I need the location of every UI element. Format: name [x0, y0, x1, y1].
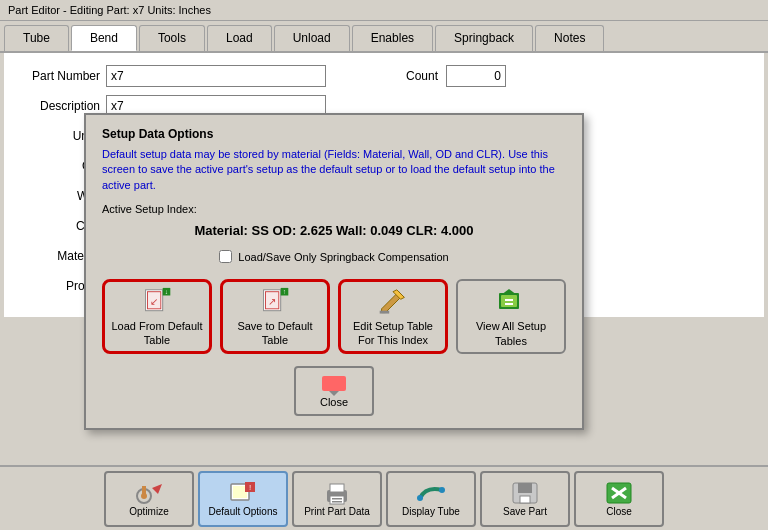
part-number-row: Part Number Count	[20, 65, 748, 87]
edit-icon	[377, 286, 409, 316]
svg-rect-36	[518, 483, 532, 493]
svg-rect-18	[322, 376, 346, 391]
active-setup-label: Active Setup Index:	[102, 203, 566, 215]
save-default-label: Save to Default Table	[227, 319, 323, 348]
svg-marker-23	[152, 484, 162, 494]
print-icon	[322, 480, 352, 506]
optimize-label: Optimize	[129, 506, 168, 517]
tab-load[interactable]: Load	[207, 25, 272, 51]
tab-enables[interactable]: Enables	[352, 25, 433, 51]
content-area: Part Number Count Description Units OD W…	[4, 53, 764, 317]
tab-bend[interactable]: Bend	[71, 25, 137, 51]
print-part-data-button[interactable]: Print Part Data	[292, 471, 382, 527]
title-bar: Part Editor - Editing Part: x7 Units: In…	[0, 0, 768, 21]
optimize-button[interactable]: Optimize	[104, 471, 194, 527]
bottom-toolbar: Optimize ! Default Options Print Part Da…	[0, 465, 768, 530]
default-options-icon: !	[228, 480, 258, 506]
display-tube-button[interactable]: Display Tube	[386, 471, 476, 527]
edit-setup-label: Edit Setup Table For This Index	[345, 319, 441, 348]
svg-rect-25	[233, 486, 247, 498]
svg-point-33	[417, 495, 423, 501]
view-all-label: View All Setup Tables	[462, 319, 560, 348]
tab-tools[interactable]: Tools	[139, 25, 205, 51]
title-text: Part Editor - Editing Part: x7 Units: In…	[8, 4, 211, 16]
close-icon	[320, 374, 348, 396]
svg-rect-30	[330, 496, 344, 504]
default-options-label: Default Options	[209, 506, 278, 517]
close-button-row: Close	[102, 366, 566, 416]
close-button-label: Close	[320, 396, 348, 408]
tab-bar: Tube Bend Tools Load Unload Enables Spri…	[0, 21, 768, 53]
view-all-setup-tables-button[interactable]: View All Setup Tables	[456, 279, 566, 354]
close-app-label: Close	[606, 506, 632, 517]
svg-rect-17	[505, 303, 513, 305]
svg-rect-31	[332, 498, 342, 500]
svg-text:!: !	[249, 483, 251, 492]
svg-rect-21	[142, 486, 146, 494]
load-icon: ↙ ↓	[141, 286, 173, 316]
edit-setup-table-button[interactable]: Edit Setup Table For This Index	[338, 279, 448, 354]
setup-data-modal: Setup Data Options Default setup data ma…	[84, 113, 584, 430]
modal-close-button[interactable]: Close	[294, 366, 374, 416]
material-info: Material: SS OD: 2.625 Wall: 0.049 CLR: …	[102, 223, 566, 238]
save-part-label: Save Part	[503, 506, 547, 517]
svg-text:↓: ↓	[165, 288, 168, 295]
action-buttons-group: ↙ ↓ Load From Default Table ↗ ↑ Save to …	[102, 279, 566, 354]
tab-unload[interactable]: Unload	[274, 25, 350, 51]
svg-point-22	[141, 493, 147, 499]
modal-description: Default setup data may be stored by mate…	[102, 147, 566, 193]
count-input[interactable]	[446, 65, 506, 87]
springback-checkbox-row: Load/Save Only Springback Compensation	[102, 250, 566, 263]
svg-rect-16	[505, 299, 513, 301]
display-tube-label: Display Tube	[402, 506, 460, 517]
print-part-data-label: Print Part Data	[304, 506, 370, 517]
svg-rect-37	[520, 496, 530, 503]
svg-point-34	[439, 487, 445, 493]
save-to-default-table-button[interactable]: ↗ ↑ Save to Default Table	[220, 279, 330, 354]
part-number-label: Part Number	[20, 69, 100, 83]
view-all-icon	[495, 285, 527, 317]
svg-text:↑: ↑	[283, 288, 286, 295]
springback-checkbox[interactable]	[219, 250, 232, 263]
svg-rect-29	[330, 484, 344, 492]
tab-notes[interactable]: Notes	[535, 25, 604, 51]
svg-text:↗: ↗	[268, 296, 276, 307]
description-label: Description	[20, 99, 100, 113]
close-app-icon	[604, 480, 634, 506]
tab-tube[interactable]: Tube	[4, 25, 69, 51]
load-from-default-table-button[interactable]: ↙ ↓ Load From Default Table	[102, 279, 212, 354]
springback-checkbox-label: Load/Save Only Springback Compensation	[238, 251, 448, 263]
load-default-label: Load From Default Table	[109, 319, 205, 348]
save-icon: ↗ ↑	[259, 286, 291, 316]
modal-title: Setup Data Options	[102, 127, 566, 141]
svg-marker-15	[501, 289, 517, 295]
default-options-button[interactable]: ! Default Options	[198, 471, 288, 527]
save-part-icon	[510, 480, 540, 506]
display-tube-icon	[416, 480, 446, 506]
close-app-button[interactable]: Close	[574, 471, 664, 527]
save-part-button[interactable]: Save Part	[480, 471, 570, 527]
tab-springback[interactable]: Springback	[435, 25, 533, 51]
svg-text:↙: ↙	[150, 296, 158, 307]
svg-rect-32	[332, 501, 342, 503]
svg-rect-12	[380, 311, 390, 314]
part-number-input[interactable]	[106, 65, 326, 87]
count-label: Count	[406, 69, 438, 83]
optimize-icon	[134, 480, 164, 506]
